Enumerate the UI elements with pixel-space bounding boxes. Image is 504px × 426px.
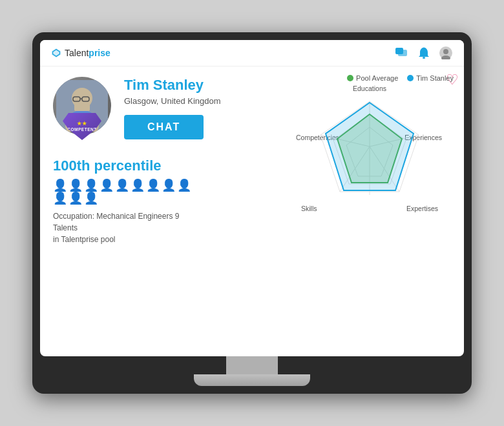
- avatar-container: ★★ COMPETENT: [53, 77, 111, 135]
- chat-nav-icon[interactable]: [394, 45, 410, 61]
- people-icons: 👤 👤 👤 👤 👤 👤 👤 👤 👤 👤 👤 👤: [53, 179, 195, 204]
- radar-container: Educations Experiences Expertises Skills…: [299, 85, 441, 214]
- svg-rect-3: [398, 50, 407, 56]
- occupation-label: Occupation: Mechanical Engineers 9 Talen…: [53, 212, 179, 244]
- svg-point-4: [423, 57, 425, 59]
- radar-label-bottom-right: Expertises: [406, 205, 438, 212]
- person-icon-5: 👤: [115, 179, 129, 191]
- competence-badge: ★★ COMPETENT: [63, 113, 101, 140]
- logo-talent: Talent: [65, 48, 89, 58]
- tim-label: Tim Stanley: [416, 74, 454, 82]
- user-nav-icon[interactable]: [438, 45, 454, 61]
- legend-pool: Pool Average: [347, 74, 398, 82]
- chart-area: Pool Average Tim Stanley Educations Expe…: [286, 74, 454, 214]
- svg-rect-12: [74, 102, 90, 111]
- svg-point-6: [443, 49, 448, 54]
- logo-prise: prise: [89, 48, 110, 58]
- person-icon-11: 👤: [68, 192, 83, 204]
- nav-bar: Talentprise: [40, 40, 464, 66]
- person-icon-8: 👤: [162, 179, 176, 191]
- person-icon-6: 👤: [131, 179, 145, 191]
- person-icon-1: 👤: [53, 179, 67, 191]
- person-icon-10: 👤: [53, 192, 67, 204]
- monitor-stand-base: [194, 374, 310, 386]
- radar-svg: [311, 95, 428, 205]
- badge-stars: ★★: [77, 121, 87, 127]
- chat-button[interactable]: CHAT: [124, 115, 204, 139]
- person-icon-3: 👤: [84, 179, 98, 191]
- person-icon-9: 👤: [177, 179, 191, 191]
- radar-label-bottom-left: Skills: [301, 205, 317, 212]
- main-content: ♡: [40, 66, 464, 356]
- svg-marker-25: [326, 103, 414, 190]
- person-icon-4: 👤: [100, 179, 114, 191]
- legend-tim: Tim Stanley: [407, 74, 454, 82]
- person-icon-7: 👤: [146, 179, 160, 191]
- pool-label: Pool Average: [356, 74, 398, 82]
- person-icon-2: 👤: [68, 179, 83, 191]
- monitor-screen: Talentprise: [40, 40, 464, 356]
- badge-text: COMPETENT: [67, 127, 96, 132]
- radar-label-top: Educations: [353, 85, 386, 92]
- nav-icons: [394, 45, 454, 61]
- logo-text: Talentprise: [65, 48, 110, 58]
- logo: Talentprise: [50, 47, 110, 59]
- monitor-outer: Talentprise: [32, 32, 472, 394]
- pool-dot: [347, 75, 353, 81]
- tim-dot: [407, 75, 414, 81]
- logo-icon: [50, 47, 62, 59]
- person-icon-12: 👤: [84, 192, 98, 204]
- monitor-stand-neck: [226, 356, 278, 374]
- chart-legend: Pool Average Tim Stanley: [286, 74, 454, 82]
- bell-nav-icon[interactable]: [416, 45, 432, 61]
- occupation-text: Occupation: Mechanical Engineers 9 Talen…: [53, 210, 195, 245]
